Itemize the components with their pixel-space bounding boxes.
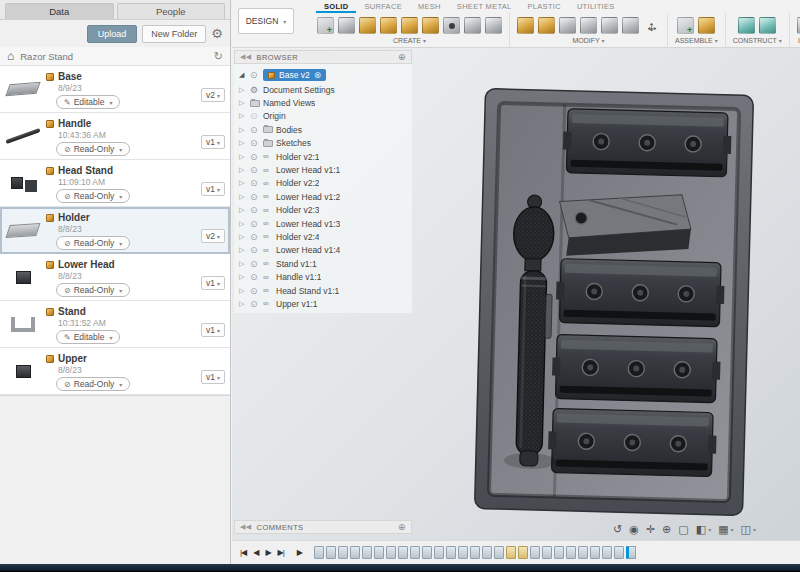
browser-row-holder-v2-1[interactable]: ▷⊙∞ Holder v2:1 bbox=[234, 150, 412, 163]
timeline-marker-icon[interactable] bbox=[626, 546, 636, 559]
extrude-icon[interactable] bbox=[359, 17, 376, 34]
file-item-stand[interactable]: Stand 10:31:52 AM ✎ Editable ▾ v1 ▾ bbox=[0, 301, 230, 348]
timeline-component-icon[interactable] bbox=[374, 546, 384, 559]
hole-icon[interactable] bbox=[443, 17, 460, 34]
file-status-dropdown[interactable]: ⊘ Read-Only ▾ bbox=[56, 189, 130, 203]
ribbon-tab-sheet-metal[interactable]: SHEET METAL bbox=[449, 0, 520, 13]
go-to-start-icon[interactable]: |◀ bbox=[240, 548, 246, 557]
browser-row-stand-v1-1[interactable]: ▷⊙∞ Stand v1:1 bbox=[234, 257, 412, 270]
create-sketch-icon[interactable] bbox=[338, 17, 355, 34]
timeline-component-icon[interactable] bbox=[458, 546, 468, 559]
look-at-icon[interactable]: ◉ bbox=[629, 523, 639, 536]
ribbon-group-label-modify[interactable]: MODIFY▾ bbox=[572, 37, 604, 44]
step-forward-icon[interactable]: ▶| bbox=[278, 548, 284, 557]
zoom-icon[interactable]: ⊕ bbox=[662, 523, 671, 536]
ribbon-tab-mesh[interactable]: MESH bbox=[410, 0, 449, 13]
expand-arrow-icon[interactable]: ▷ bbox=[239, 153, 247, 161]
ribbon-tab-solid[interactable]: SOLID bbox=[316, 0, 356, 13]
timeline-component-icon[interactable] bbox=[542, 546, 552, 559]
ribbon-tab-utilities[interactable]: UTILITIES bbox=[569, 0, 623, 13]
thread-icon[interactable] bbox=[464, 17, 481, 34]
visibility-eye-icon[interactable]: ⊙ bbox=[250, 259, 260, 269]
combine-icon[interactable] bbox=[580, 17, 597, 34]
timeline-component-icon[interactable] bbox=[446, 546, 456, 559]
browser-row-sketches[interactable]: ▷⊙ Sketches bbox=[234, 137, 412, 150]
browser-row-lower-head-v1-4[interactable]: ▷⊙∞ Lower Head v1:4 bbox=[234, 244, 412, 257]
ribbon-tab-surface[interactable]: SURFACE bbox=[356, 0, 410, 13]
browser-row-named-views[interactable]: ▷ Named Views bbox=[234, 96, 412, 109]
visibility-eye-icon[interactable]: ⊙ bbox=[250, 178, 260, 188]
pattern-icon[interactable] bbox=[485, 17, 502, 34]
data-panel-settings-gear-icon[interactable]: ⚙ bbox=[211, 27, 223, 40]
press-pull-icon[interactable] bbox=[517, 17, 534, 34]
browser-row-head-stand-v1-1[interactable]: ▷⊙∞ Head Stand v1:1 bbox=[234, 284, 412, 297]
file-version-dropdown[interactable]: v2 ▾ bbox=[201, 88, 225, 102]
go-to-end-icon[interactable]: ▶ bbox=[297, 548, 302, 557]
expand-arrow-icon[interactable]: ◢ bbox=[239, 71, 247, 79]
sweep-icon[interactable] bbox=[401, 17, 418, 34]
viewport-canvas[interactable]: ◀◀ BROWSER ⊕ ◢ ⊙ Base v2 ⊗ ▷⚙ Document S… bbox=[232, 48, 800, 540]
new-component-icon[interactable] bbox=[317, 17, 334, 34]
browser-row-lower-head-v1-2[interactable]: ▷⊙∞ Lower Head v1:2 bbox=[234, 190, 412, 203]
collapse-panel-icon[interactable]: ◀◀ bbox=[240, 53, 252, 61]
browser-row-lower-head-v1-3[interactable]: ▷⊙∞ Lower Head v1:3 bbox=[234, 217, 412, 230]
shell-icon[interactable] bbox=[559, 17, 576, 34]
home-icon[interactable]: ⌂ bbox=[7, 49, 14, 63]
timeline-component-icon[interactable] bbox=[554, 546, 564, 559]
joint-icon[interactable] bbox=[698, 17, 715, 34]
visibility-eye-icon[interactable]: ⊙ bbox=[250, 165, 260, 175]
grid-settings-icon[interactable]: ▦▾ bbox=[718, 523, 733, 536]
ribbon-tab-plastic[interactable]: PLASTIC bbox=[520, 0, 569, 13]
file-item-handle[interactable]: Handle 10:43:36 AM ⊘ Read-Only ▾ v1 ▾ bbox=[0, 113, 230, 160]
expand-arrow-icon[interactable]: ▷ bbox=[239, 246, 247, 254]
display-settings-icon[interactable]: ◧▾ bbox=[696, 523, 711, 536]
fit-icon[interactable]: ▢ bbox=[678, 523, 688, 536]
visibility-eye-icon[interactable]: ⊙ bbox=[250, 152, 260, 162]
browser-row-lower-head-v1-1[interactable]: ▷⊙∞ Lower Head v1:1 bbox=[234, 163, 412, 176]
play-icon[interactable]: ▶ bbox=[265, 548, 270, 557]
ribbon-group-label-construct[interactable]: CONSTRUCT▾ bbox=[733, 37, 782, 44]
expand-arrow-icon[interactable]: ▷ bbox=[239, 86, 247, 94]
new-component-icon[interactable] bbox=[677, 17, 694, 34]
timeline-component-icon[interactable] bbox=[614, 546, 624, 559]
file-status-dropdown[interactable]: ⊘ Read-Only ▾ bbox=[56, 283, 130, 297]
file-item-lower-head[interactable]: Lower Head 8/8/23 ⊘ Read-Only ▾ v1 ▾ bbox=[0, 254, 230, 301]
fillet-icon[interactable] bbox=[538, 17, 555, 34]
refresh-icon[interactable]: ↻ bbox=[214, 50, 223, 63]
split-body-icon[interactable] bbox=[622, 17, 639, 34]
file-version-dropdown[interactable]: v1 ▾ bbox=[201, 182, 225, 196]
expand-arrow-icon[interactable]: ▷ bbox=[239, 300, 247, 308]
panel-options-icon[interactable]: ⊕ bbox=[398, 522, 406, 532]
expand-arrow-icon[interactable]: ▷ bbox=[239, 220, 247, 228]
timeline-component-icon[interactable] bbox=[398, 546, 408, 559]
browser-row-document-settings[interactable]: ▷⚙ Document Settings bbox=[234, 83, 412, 96]
browser-panel-header[interactable]: ◀◀ BROWSER ⊕ bbox=[234, 50, 412, 64]
offset-face-icon[interactable] bbox=[601, 17, 618, 34]
revolve-icon[interactable] bbox=[380, 17, 397, 34]
timeline-component-icon[interactable] bbox=[494, 546, 504, 559]
timeline-sketch-icon[interactable] bbox=[506, 546, 516, 559]
axis-icon[interactable] bbox=[759, 17, 776, 34]
expand-arrow-icon[interactable]: ▷ bbox=[239, 166, 247, 174]
file-version-dropdown[interactable]: v2 ▾ bbox=[201, 229, 225, 243]
expand-arrow-icon[interactable]: ▷ bbox=[239, 99, 247, 107]
collapse-panel-icon[interactable]: ◀◀ bbox=[240, 523, 252, 531]
timeline-sketch-icon[interactable] bbox=[518, 546, 528, 559]
expand-arrow-icon[interactable]: ▷ bbox=[239, 179, 247, 187]
step-back-icon[interactable]: ◀ bbox=[253, 548, 258, 557]
expand-arrow-icon[interactable]: ▷ bbox=[239, 287, 247, 295]
file-item-base[interactable]: Base 8/9/23 ✎ Editable ▾ v2 ▾ bbox=[0, 66, 230, 113]
visibility-eye-icon[interactable]: ⊙ bbox=[250, 111, 260, 121]
browser-row-bodies[interactable]: ▷⊙ Bodies bbox=[234, 123, 412, 136]
comments-panel-header[interactable]: ◀◀ COMMENTS ⊕ bbox=[234, 520, 412, 534]
timeline-component-icon[interactable] bbox=[350, 546, 360, 559]
browser-row-holder-v2-2[interactable]: ▷⊙∞ Holder v2:2 bbox=[234, 177, 412, 190]
timeline-component-icon[interactable] bbox=[590, 546, 600, 559]
visibility-eye-icon[interactable]: ⊙ bbox=[250, 205, 260, 215]
expand-arrow-icon[interactable]: ▷ bbox=[239, 126, 247, 134]
expand-arrow-icon[interactable]: ▷ bbox=[239, 193, 247, 201]
close-icon[interactable]: ⊗ bbox=[314, 70, 322, 80]
folder-breadcrumb-label[interactable]: Razor Stand bbox=[20, 51, 73, 62]
viewports-icon[interactable]: ◫▾ bbox=[741, 523, 756, 536]
file-item-head-stand[interactable]: Head Stand 11:09:10 AM ⊘ Read-Only ▾ v1 … bbox=[0, 160, 230, 207]
